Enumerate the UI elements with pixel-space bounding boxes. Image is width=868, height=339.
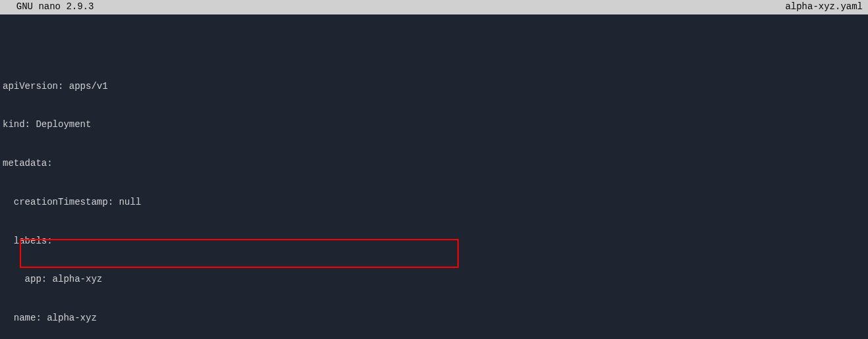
editor-line: apiVersion: apps/v1 <box>3 80 865 93</box>
editor-line: metadata: <box>3 157 865 170</box>
editor-line <box>3 41 865 55</box>
editor-line: creationTimestamp: null <box>3 196 865 209</box>
editor-line: app: alpha-xyz <box>3 273 865 286</box>
editor-line: kind: Deployment <box>3 118 865 132</box>
editor-line: name: alpha-xyz <box>3 312 865 325</box>
title-bar: GNU nano 2.9.3 alpha-xyz.yaml <box>0 0 868 14</box>
app-name: GNU nano 2.9.3 <box>5 1 94 14</box>
editor-line: labels: <box>3 235 865 248</box>
editor-content[interactable]: apiVersion: apps/v1 kind: Deployment met… <box>0 14 868 339</box>
file-name: alpha-xyz.yaml <box>785 1 863 14</box>
